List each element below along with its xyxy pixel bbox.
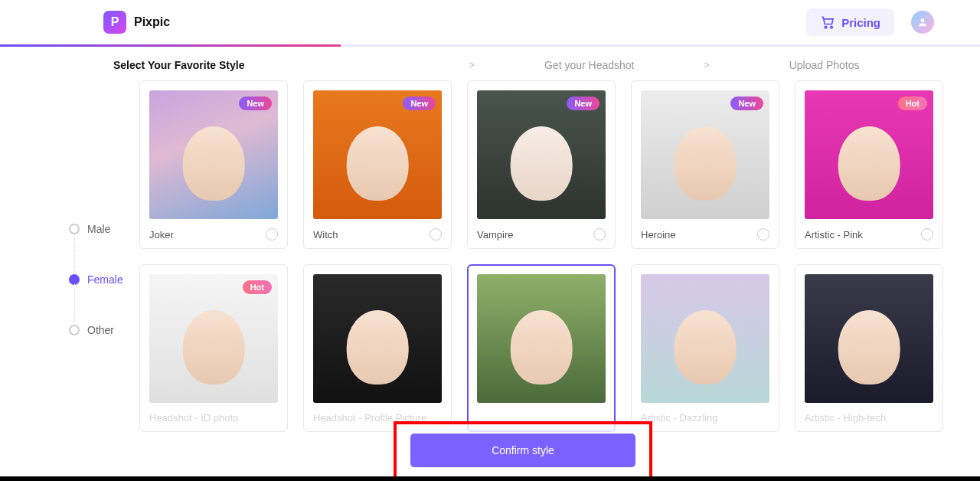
style-label: Heroine — [641, 229, 676, 240]
user-icon — [917, 17, 928, 28]
confirm-highlight-box: Confirm style — [394, 421, 652, 479]
style-label: Vampire — [477, 229, 513, 240]
header-actions: Pricing — [806, 8, 934, 36]
check-icon — [757, 228, 769, 240]
style-card-selected[interactable] — [467, 264, 616, 432]
pricing-label: Pricing — [841, 16, 880, 29]
gender-sidebar: Male Female Other — [69, 80, 139, 432]
progress-bar — [0, 44, 980, 47]
confirm-style-button[interactable]: Confirm style — [410, 434, 635, 467]
logo-text: Pixpic — [134, 15, 170, 29]
bottom-border — [0, 476, 980, 481]
style-card-witch[interactable]: New Witch — [303, 80, 452, 249]
radio-icon — [69, 224, 80, 234]
style-card-profile-picture[interactable]: Headshot - Profile Picture — [303, 264, 452, 432]
style-card-joker[interactable]: New Joker — [139, 80, 288, 249]
gender-option-other[interactable]: Other — [69, 324, 139, 336]
user-avatar[interactable] — [911, 11, 934, 34]
check-icon — [266, 228, 278, 240]
check-icon — [593, 228, 606, 240]
logo-icon: P — [103, 11, 126, 34]
style-label: Headshot - ID photo — [149, 412, 238, 424]
cart-icon — [820, 15, 835, 30]
style-label: Artistic - Pink — [805, 229, 863, 240]
breadcrumb-step-1: Select Your Favorite Style — [113, 59, 244, 71]
check-icon — [921, 228, 933, 240]
breadcrumb-sep-1: > — [464, 60, 479, 70]
style-card-id-photo[interactable]: Hot Headshot - ID photo — [139, 264, 288, 432]
style-card-artistic-pink[interactable]: Hot Artistic - Pink — [795, 80, 943, 249]
new-badge: New — [239, 97, 272, 110]
check-icon — [430, 228, 442, 240]
new-badge: New — [730, 97, 763, 110]
svg-point-2 — [921, 18, 925, 22]
breadcrumb: Select Your Favorite Style > Get your He… — [0, 47, 980, 80]
gender-label: Male — [87, 223, 110, 235]
gender-option-female[interactable]: Female — [69, 273, 139, 286]
hot-badge: Hot — [243, 280, 272, 294]
breadcrumb-step-2: Get your Headshot — [479, 59, 699, 71]
gender-option-male[interactable]: Male — [69, 223, 139, 235]
new-badge: New — [567, 97, 599, 110]
style-card-heroine[interactable]: New Heroine — [631, 80, 779, 249]
style-label: Artistic - High-tech — [805, 412, 886, 424]
progress-fill — [0, 44, 341, 47]
style-card-high-tech[interactable]: Artistic - High-tech — [795, 264, 943, 432]
gender-label: Female — [87, 273, 123, 286]
style-card-dazzling[interactable]: Artistic - Dazzling — [631, 264, 779, 432]
style-label: Witch — [313, 229, 338, 240]
style-card-vampire[interactable]: New Vampire — [467, 80, 616, 249]
svg-point-0 — [825, 26, 827, 28]
svg-point-1 — [831, 26, 833, 28]
breadcrumb-sep-2: > — [699, 60, 714, 70]
style-label: Artistic - Dazzling — [641, 412, 717, 424]
style-grid: New Joker New Witch New Vampire New Hero… — [139, 80, 946, 432]
pricing-button[interactable]: Pricing — [806, 8, 894, 36]
style-label: Joker — [149, 229, 174, 240]
logo[interactable]: P Pixpic — [103, 11, 170, 34]
hot-badge: Hot — [898, 97, 927, 110]
gender-label: Other — [87, 324, 114, 336]
app-header: P Pixpic Pricing — [0, 0, 980, 44]
new-badge: New — [403, 97, 436, 110]
breadcrumb-step-3: Upload Photos — [714, 59, 934, 71]
